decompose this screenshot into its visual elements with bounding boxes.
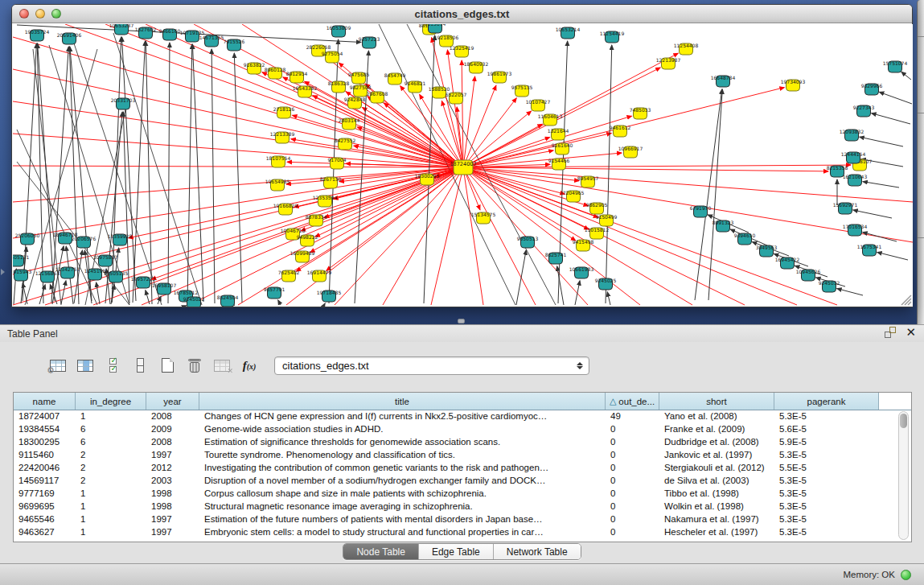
window-titlebar[interactable]: citations_edges.txt	[12, 5, 912, 23]
table-row[interactable]: 1872400712008Changes of HCN gene express…	[14, 410, 911, 423]
graph-node-16958107[interactable]: 16958107	[152, 282, 177, 295]
cell-pagerank[interactable]: 5.6E-5	[774, 423, 879, 436]
cell-in_degree[interactable]: 6	[76, 423, 146, 436]
table-row[interactable]: 2242004622012Investigating the contribut…	[14, 462, 911, 475]
graph-node-8878334[interactable]: 8878334	[306, 214, 327, 226]
graph-node-12093832[interactable]: 12093832	[840, 129, 864, 141]
tab-node-table[interactable]: Node Table	[343, 544, 419, 559]
cell-title[interactable]: Disruption of a novel member of a sodium…	[199, 475, 606, 488]
graph-node-10661983[interactable]: 10661983	[569, 266, 594, 278]
cell-pagerank[interactable]: 5.3E-5	[774, 501, 879, 513]
graph-node-10107427[interactable]: 10107427	[526, 99, 551, 111]
row-height-icon[interactable]	[126, 353, 154, 377]
cell-name[interactable]: 9115460	[14, 449, 76, 462]
graph-node-1527602[interactable]: 1527602	[135, 27, 157, 39]
graph-node-10653214[interactable]: 10653214	[556, 27, 581, 39]
cell-short[interactable]: Jankovic et al. (1997)	[659, 449, 774, 462]
graph-node-16648784[interactable]: 16648784	[711, 75, 736, 87]
cell-name[interactable]: 9465546	[14, 513, 76, 526]
graph-node-20206576[interactable]: 20206576	[72, 236, 97, 248]
graph-node-9329966[interactable]: 9329966	[861, 83, 883, 95]
graph-node-12156863[interactable]: 12156863	[35, 270, 60, 282]
cell-name[interactable]: 18300295	[14, 436, 76, 449]
cell-pagerank[interactable]: 5.3E-5	[774, 513, 879, 526]
graph-node-2718126[interactable]: 2718126	[273, 106, 295, 118]
graph-node-7915526[interactable]: 7915526	[224, 39, 245, 51]
graph-node-18107554[interactable]: 18107554	[266, 155, 291, 167]
graph-node-9245032[interactable]: 9245032	[819, 280, 840, 292]
cell-short[interactable]: Nakamura et al. (1997)	[659, 513, 774, 526]
column-header-out_de[interactable]: △out_de...	[606, 393, 659, 410]
cell-name[interactable]: 19384554	[14, 423, 76, 436]
cell-year[interactable]: 1998	[146, 501, 199, 513]
cell-pagerank[interactable]: 5.3E-5	[774, 488, 879, 501]
table-scrollbar[interactable]	[898, 411, 909, 540]
graph-node-20691406[interactable]: 20691406	[57, 32, 82, 44]
cell-in_degree[interactable]: 1	[76, 513, 146, 526]
cell-out_de[interactable]: 0	[606, 513, 659, 526]
cell-pagerank[interactable]: 5.5E-5	[774, 462, 879, 475]
table-row[interactable]: 946554611997Estimation of the future num…	[14, 513, 911, 526]
function-builder-icon[interactable]: f(x)	[236, 353, 263, 377]
table-row[interactable]: 1830029562008Estimation of significance …	[14, 436, 911, 449]
cell-name[interactable]: 9699695	[14, 501, 76, 513]
graph-node-16210643[interactable]: 16210643	[843, 174, 868, 186]
table-settings-icon[interactable]: ⚙	[44, 353, 72, 377]
cell-pagerank[interactable]: 5.3E-5	[774, 475, 879, 488]
graph-node-9862905[interactable]: 9862905	[586, 202, 608, 214]
graph-node-1588520[interactable]: 1588520	[429, 86, 450, 98]
graph-node-9163822[interactable]: 9163822	[244, 62, 265, 74]
column-header-name[interactable]: name	[14, 393, 76, 410]
cell-name[interactable]: 22420046	[14, 462, 76, 475]
graph-node-10719135[interactable]: 10719135	[180, 30, 205, 42]
graph-node-18640932[interactable]: 18640932	[464, 61, 489, 73]
cell-pagerank[interactable]: 5.3E-5	[774, 449, 879, 462]
graph-node-12353594[interactable]: 12353594	[313, 195, 338, 207]
cell-title[interactable]: Tourette syndrome. Phenomenology and cla…	[199, 449, 606, 462]
graph-node-7485033[interactable]: 7485033	[630, 107, 651, 119]
cell-short[interactable]: Wolkin et al. (1998)	[659, 501, 774, 513]
graph-node-3949563[interactable]: 3949563	[756, 245, 778, 257]
tab-network-table[interactable]: Network Table	[494, 544, 581, 559]
table-row[interactable]: 969969511998Structural magnetic resonanc…	[14, 501, 911, 513]
cell-pagerank[interactable]: 5.3E-5	[774, 410, 879, 423]
table-row[interactable]: 911546021997Tourette syndrome. Phenomeno…	[14, 449, 911, 462]
select-all-columns-icon[interactable]	[99, 353, 126, 377]
cell-year[interactable]: 2012	[146, 462, 199, 475]
cell-short[interactable]: Franke et al. (2009)	[659, 423, 774, 436]
cell-out_de[interactable]: 0	[606, 462, 659, 475]
cell-out_de[interactable]: 0	[606, 423, 659, 436]
graph-node-19218506[interactable]: 19218506	[434, 35, 459, 47]
cell-year[interactable]: 1997	[146, 526, 199, 539]
cell-name[interactable]: 18724007	[14, 410, 76, 423]
cell-title[interactable]: Estimation of significance thresholds fo…	[199, 436, 606, 449]
delete-column-icon[interactable]	[181, 353, 208, 377]
new-column-icon[interactable]	[154, 353, 181, 377]
graph-node-8215358[interactable]: 8215358	[827, 165, 848, 177]
cell-out_de[interactable]: 0	[606, 488, 659, 501]
graph-node-11254419[interactable]: 11254419	[600, 31, 625, 43]
graph-node-8912934[interactable]: 8912934	[286, 71, 308, 83]
column-header-in_degree[interactable]: in_degree	[76, 393, 146, 410]
cell-out_de[interactable]: 0	[606, 526, 659, 539]
cell-pagerank[interactable]: 5.9E-5	[774, 436, 879, 449]
graph-node-6791970[interactable]: 6791970	[690, 205, 712, 217]
table-row[interactable]: 1456911722003Disruption of a novel membe…	[14, 475, 911, 488]
cell-short[interactable]: Dudbridge et al. (2008)	[659, 436, 774, 449]
cell-title[interactable]: Corpus callosum shape and size in male p…	[199, 488, 606, 501]
tab-edge-table[interactable]: Edge Table	[419, 544, 494, 559]
graph-node-11604613[interactable]: 11604613	[538, 113, 563, 126]
cell-short[interactable]: Stergiakouli et al. (2012)	[659, 462, 774, 475]
memory-ok-indicator[interactable]	[901, 570, 911, 580]
cell-in_degree[interactable]: 2	[76, 449, 146, 462]
table-panel-titlebar[interactable]: Table Panel ✕	[0, 325, 924, 342]
cell-short[interactable]: de Silva et al. (2003)	[659, 475, 774, 488]
cell-in_degree[interactable]: 1	[76, 501, 146, 513]
table-row[interactable]: 977716911998Corpus callosum shape and si…	[14, 488, 911, 501]
network-canvas[interactable]: 1830029512213389181075541965498519166829…	[13, 24, 913, 307]
cell-year[interactable]: 1998	[146, 488, 199, 501]
cell-title[interactable]: Investigating the contribution of common…	[199, 462, 606, 475]
close-panel-icon[interactable]: ✕	[906, 327, 916, 338]
graph-node-9415498[interactable]: 9415498	[573, 239, 594, 251]
column-header-short[interactable]: short	[659, 393, 774, 410]
